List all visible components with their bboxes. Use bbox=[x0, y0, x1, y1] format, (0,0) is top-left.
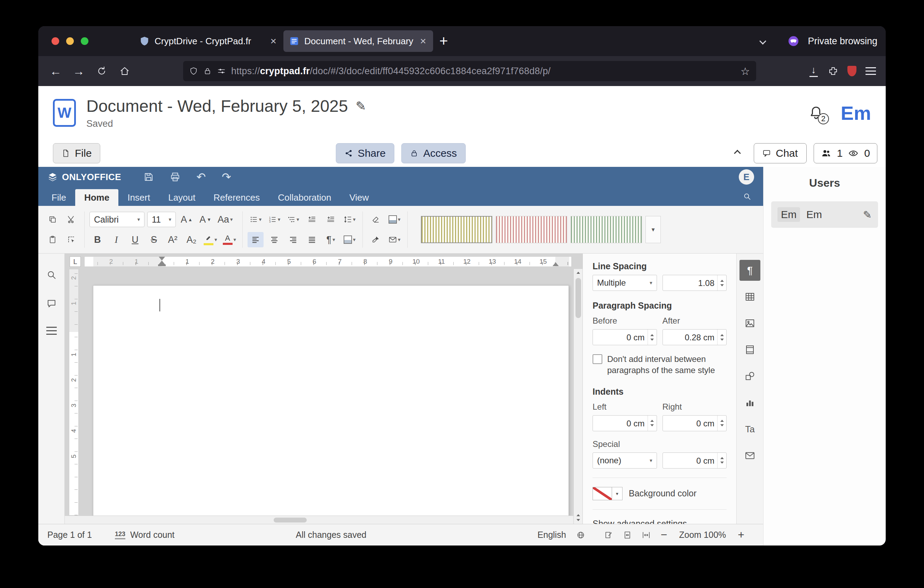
menu-tab-references[interactable]: References bbox=[205, 189, 269, 206]
font-color-button[interactable]: A▾ bbox=[221, 232, 238, 247]
browser-tab-cryptdrive[interactable]: CryptDrive - CryptPad.fr × bbox=[134, 30, 284, 52]
chart-settings-icon[interactable] bbox=[739, 392, 761, 413]
adblock-icon[interactable] bbox=[847, 66, 856, 76]
navigation-headings-icon[interactable] bbox=[46, 327, 57, 335]
align-left-button[interactable] bbox=[248, 232, 264, 247]
undo-icon[interactable]: ↶ bbox=[196, 172, 206, 183]
edit-user-icon[interactable]: ✎ bbox=[863, 209, 872, 221]
tracking-shield-icon[interactable] bbox=[190, 67, 198, 75]
extensions-icon[interactable] bbox=[828, 66, 838, 76]
editor-search-icon[interactable] bbox=[743, 192, 751, 201]
decrease-font-button[interactable]: A▼ bbox=[197, 212, 213, 227]
menu-tab-file[interactable]: File bbox=[43, 189, 75, 206]
select-all-button[interactable] bbox=[63, 232, 79, 247]
permissions-icon[interactable] bbox=[217, 67, 226, 75]
spacing-after-spinner[interactable]: 0.28 cm bbox=[663, 329, 727, 345]
chat-button[interactable]: Chat bbox=[754, 143, 806, 164]
left-indent-marker[interactable] bbox=[159, 261, 165, 264]
spin-down-icon[interactable] bbox=[720, 284, 724, 286]
align-right-button[interactable] bbox=[285, 232, 301, 247]
multilevel-list-button[interactable]: ▾ bbox=[285, 212, 301, 227]
decrease-indent-button[interactable] bbox=[304, 212, 320, 227]
address-bar[interactable]: https://cryptpad.fr/doc/#/3/doc/edit/ff0… bbox=[183, 61, 756, 81]
vertical-scrollbar[interactable] bbox=[573, 269, 582, 524]
menu-icon[interactable] bbox=[866, 67, 876, 75]
spin-up-icon[interactable] bbox=[720, 457, 724, 459]
subscript-button[interactable]: A₂ bbox=[183, 232, 200, 247]
image-settings-icon[interactable] bbox=[739, 313, 761, 334]
increase-indent-button[interactable] bbox=[323, 212, 339, 227]
scroll-up-icon[interactable] bbox=[577, 272, 580, 274]
forward-button[interactable]: → bbox=[69, 61, 88, 81]
fit-page-icon[interactable] bbox=[623, 531, 632, 539]
header-footer-settings-icon[interactable] bbox=[739, 339, 761, 360]
access-button[interactable]: Access bbox=[401, 143, 466, 164]
background-color-dropdown[interactable]: ▾ bbox=[612, 487, 622, 500]
share-button[interactable]: Share bbox=[336, 143, 394, 164]
document-language-icon[interactable] bbox=[577, 531, 585, 539]
comments-icon[interactable] bbox=[46, 298, 57, 309]
spin-down-icon[interactable] bbox=[650, 339, 654, 341]
zoom-out-icon[interactable]: − bbox=[661, 529, 667, 541]
first-line-indent-marker[interactable] bbox=[159, 257, 165, 261]
scrollbar-thumb[interactable] bbox=[576, 278, 581, 318]
tab-close-icon[interactable]: × bbox=[419, 35, 427, 47]
clear-style-button[interactable] bbox=[368, 212, 384, 227]
mail-merge-settings-icon[interactable] bbox=[739, 445, 761, 466]
document-page[interactable] bbox=[93, 285, 569, 524]
advanced-settings-link[interactable]: Show advanced settings bbox=[592, 519, 687, 524]
document-canvas[interactable]: 2 1 1 2 3 4 5 bbox=[65, 269, 582, 524]
increase-font-button[interactable]: A▲ bbox=[178, 212, 195, 227]
home-button[interactable] bbox=[115, 61, 134, 81]
print-icon[interactable] bbox=[170, 172, 180, 182]
word-count-button[interactable]: 123 Word count bbox=[115, 530, 175, 540]
redo-icon[interactable]: ↷ bbox=[222, 172, 231, 183]
menu-tab-insert[interactable]: Insert bbox=[118, 189, 159, 206]
cut-button[interactable] bbox=[63, 212, 79, 227]
menu-tab-layout[interactable]: Layout bbox=[159, 189, 205, 206]
collaborator-avatar[interactable]: E bbox=[739, 169, 754, 185]
spin-down-icon[interactable] bbox=[650, 424, 654, 426]
presence-counts[interactable]: 1 0 bbox=[813, 143, 877, 164]
new-tab-button[interactable]: + bbox=[439, 34, 448, 48]
spin-down-icon[interactable] bbox=[720, 462, 724, 464]
horizontal-scrollbar[interactable] bbox=[65, 515, 573, 524]
special-indent-spinner[interactable]: 0 cm bbox=[663, 453, 727, 469]
line-spacing-spinner[interactable]: 1.08 bbox=[663, 275, 727, 291]
spin-up-icon[interactable] bbox=[720, 420, 724, 422]
window-zoom-button[interactable] bbox=[81, 37, 88, 45]
scroll-down-icon[interactable] bbox=[577, 519, 580, 521]
horizontal-ruler[interactable]: 2 1 1 2 3 4 5 6 7 8 9 10 11 bbox=[84, 256, 572, 267]
font-size-select[interactable]: 11▾ bbox=[147, 212, 176, 227]
tab-close-icon[interactable]: × bbox=[269, 35, 278, 47]
scrollbar-thumb[interactable] bbox=[274, 518, 307, 522]
user-avatar[interactable]: Em bbox=[841, 102, 871, 124]
spellcheck-icon[interactable] bbox=[604, 531, 613, 539]
file-menu-button[interactable]: File bbox=[53, 143, 100, 164]
textart-settings-icon[interactable]: Ta bbox=[739, 419, 761, 439]
style-preview-no-spacing[interactable] bbox=[496, 216, 567, 243]
reload-button[interactable] bbox=[92, 61, 111, 81]
language-selector[interactable]: English bbox=[538, 530, 566, 540]
line-spacing-button[interactable]: ▾ bbox=[342, 212, 358, 227]
table-settings-icon[interactable] bbox=[739, 286, 761, 307]
copy-style-button[interactable] bbox=[368, 232, 384, 247]
spin-up-icon[interactable] bbox=[720, 280, 724, 282]
copy-button[interactable] bbox=[45, 212, 61, 227]
tab-stop-selector[interactable]: L bbox=[69, 256, 81, 267]
line-spacing-select[interactable]: Multiple▾ bbox=[592, 275, 657, 291]
zoom-in-icon[interactable]: + bbox=[738, 529, 744, 541]
special-indent-select[interactable]: (none)▾ bbox=[592, 453, 657, 469]
collapse-toolbar-button[interactable] bbox=[728, 144, 747, 163]
superscript-button[interactable]: A² bbox=[165, 232, 181, 247]
background-color-swatch[interactable] bbox=[592, 487, 612, 500]
notifications-bell[interactable]: 2 bbox=[808, 105, 824, 121]
no-interval-checkbox[interactable] bbox=[592, 354, 602, 364]
spin-down-icon[interactable] bbox=[720, 339, 724, 341]
italic-button[interactable]: I bbox=[108, 232, 124, 247]
indent-left-spinner[interactable]: 0 cm bbox=[592, 415, 657, 431]
bookmark-star-icon[interactable]: ☆ bbox=[741, 65, 750, 77]
style-preview-heading[interactable] bbox=[571, 216, 642, 243]
bold-button[interactable]: B bbox=[89, 232, 106, 247]
page-indicator[interactable]: Page 1 of 1 bbox=[47, 530, 92, 540]
